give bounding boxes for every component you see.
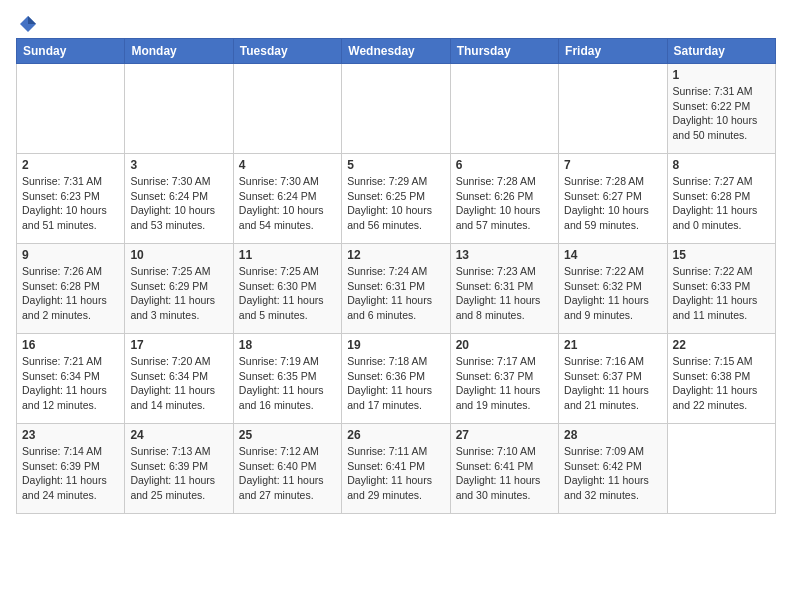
day-number: 4	[239, 158, 336, 172]
day-number: 23	[22, 428, 119, 442]
day-number: 18	[239, 338, 336, 352]
day-info: Sunrise: 7:28 AM Sunset: 6:26 PM Dayligh…	[456, 174, 553, 233]
day-info: Sunrise: 7:30 AM Sunset: 6:24 PM Dayligh…	[130, 174, 227, 233]
page-header	[16, 16, 776, 30]
day-number: 21	[564, 338, 661, 352]
calendar-table: SundayMondayTuesdayWednesdayThursdayFrid…	[16, 38, 776, 514]
day-number: 20	[456, 338, 553, 352]
day-info: Sunrise: 7:20 AM Sunset: 6:34 PM Dayligh…	[130, 354, 227, 413]
day-number: 8	[673, 158, 770, 172]
day-number: 15	[673, 248, 770, 262]
day-info: Sunrise: 7:30 AM Sunset: 6:24 PM Dayligh…	[239, 174, 336, 233]
calendar-cell: 4Sunrise: 7:30 AM Sunset: 6:24 PM Daylig…	[233, 154, 341, 244]
day-info: Sunrise: 7:16 AM Sunset: 6:37 PM Dayligh…	[564, 354, 661, 413]
day-number: 26	[347, 428, 444, 442]
calendar-week-3: 9Sunrise: 7:26 AM Sunset: 6:28 PM Daylig…	[17, 244, 776, 334]
calendar-cell: 16Sunrise: 7:21 AM Sunset: 6:34 PM Dayli…	[17, 334, 125, 424]
calendar-header-thursday: Thursday	[450, 39, 558, 64]
day-number: 13	[456, 248, 553, 262]
calendar-cell: 20Sunrise: 7:17 AM Sunset: 6:37 PM Dayli…	[450, 334, 558, 424]
day-info: Sunrise: 7:25 AM Sunset: 6:30 PM Dayligh…	[239, 264, 336, 323]
day-number: 6	[456, 158, 553, 172]
day-info: Sunrise: 7:24 AM Sunset: 6:31 PM Dayligh…	[347, 264, 444, 323]
day-info: Sunrise: 7:23 AM Sunset: 6:31 PM Dayligh…	[456, 264, 553, 323]
day-number: 25	[239, 428, 336, 442]
calendar-cell: 9Sunrise: 7:26 AM Sunset: 6:28 PM Daylig…	[17, 244, 125, 334]
calendar-cell	[17, 64, 125, 154]
calendar-cell: 13Sunrise: 7:23 AM Sunset: 6:31 PM Dayli…	[450, 244, 558, 334]
calendar-cell: 21Sunrise: 7:16 AM Sunset: 6:37 PM Dayli…	[559, 334, 667, 424]
calendar-cell	[342, 64, 450, 154]
calendar-header-tuesday: Tuesday	[233, 39, 341, 64]
calendar-header-saturday: Saturday	[667, 39, 775, 64]
calendar-cell	[233, 64, 341, 154]
day-number: 2	[22, 158, 119, 172]
day-number: 1	[673, 68, 770, 82]
day-number: 12	[347, 248, 444, 262]
day-number: 14	[564, 248, 661, 262]
day-info: Sunrise: 7:28 AM Sunset: 6:27 PM Dayligh…	[564, 174, 661, 233]
day-number: 16	[22, 338, 119, 352]
calendar-cell: 7Sunrise: 7:28 AM Sunset: 6:27 PM Daylig…	[559, 154, 667, 244]
day-number: 27	[456, 428, 553, 442]
day-info: Sunrise: 7:19 AM Sunset: 6:35 PM Dayligh…	[239, 354, 336, 413]
day-number: 22	[673, 338, 770, 352]
svg-marker-1	[28, 16, 36, 24]
calendar-week-2: 2Sunrise: 7:31 AM Sunset: 6:23 PM Daylig…	[17, 154, 776, 244]
calendar-cell: 1Sunrise: 7:31 AM Sunset: 6:22 PM Daylig…	[667, 64, 775, 154]
day-info: Sunrise: 7:18 AM Sunset: 6:36 PM Dayligh…	[347, 354, 444, 413]
logo	[16, 16, 38, 30]
calendar-cell: 2Sunrise: 7:31 AM Sunset: 6:23 PM Daylig…	[17, 154, 125, 244]
calendar-cell: 12Sunrise: 7:24 AM Sunset: 6:31 PM Dayli…	[342, 244, 450, 334]
calendar-cell: 18Sunrise: 7:19 AM Sunset: 6:35 PM Dayli…	[233, 334, 341, 424]
calendar-cell: 3Sunrise: 7:30 AM Sunset: 6:24 PM Daylig…	[125, 154, 233, 244]
day-number: 17	[130, 338, 227, 352]
calendar-cell: 28Sunrise: 7:09 AM Sunset: 6:42 PM Dayli…	[559, 424, 667, 514]
day-info: Sunrise: 7:12 AM Sunset: 6:40 PM Dayligh…	[239, 444, 336, 503]
day-info: Sunrise: 7:15 AM Sunset: 6:38 PM Dayligh…	[673, 354, 770, 413]
calendar-cell: 23Sunrise: 7:14 AM Sunset: 6:39 PM Dayli…	[17, 424, 125, 514]
day-info: Sunrise: 7:29 AM Sunset: 6:25 PM Dayligh…	[347, 174, 444, 233]
calendar-cell: 25Sunrise: 7:12 AM Sunset: 6:40 PM Dayli…	[233, 424, 341, 514]
day-number: 24	[130, 428, 227, 442]
calendar-cell: 14Sunrise: 7:22 AM Sunset: 6:32 PM Dayli…	[559, 244, 667, 334]
day-info: Sunrise: 7:25 AM Sunset: 6:29 PM Dayligh…	[130, 264, 227, 323]
day-info: Sunrise: 7:13 AM Sunset: 6:39 PM Dayligh…	[130, 444, 227, 503]
day-info: Sunrise: 7:31 AM Sunset: 6:22 PM Dayligh…	[673, 84, 770, 143]
day-info: Sunrise: 7:27 AM Sunset: 6:28 PM Dayligh…	[673, 174, 770, 233]
calendar-cell	[667, 424, 775, 514]
calendar-cell: 24Sunrise: 7:13 AM Sunset: 6:39 PM Dayli…	[125, 424, 233, 514]
calendar-cell: 19Sunrise: 7:18 AM Sunset: 6:36 PM Dayli…	[342, 334, 450, 424]
day-number: 5	[347, 158, 444, 172]
calendar-cell	[450, 64, 558, 154]
calendar-header-monday: Monday	[125, 39, 233, 64]
calendar-cell: 26Sunrise: 7:11 AM Sunset: 6:41 PM Dayli…	[342, 424, 450, 514]
calendar-week-5: 23Sunrise: 7:14 AM Sunset: 6:39 PM Dayli…	[17, 424, 776, 514]
calendar-cell: 15Sunrise: 7:22 AM Sunset: 6:33 PM Dayli…	[667, 244, 775, 334]
day-number: 11	[239, 248, 336, 262]
calendar-cell: 5Sunrise: 7:29 AM Sunset: 6:25 PM Daylig…	[342, 154, 450, 244]
calendar-cell: 22Sunrise: 7:15 AM Sunset: 6:38 PM Dayli…	[667, 334, 775, 424]
day-info: Sunrise: 7:31 AM Sunset: 6:23 PM Dayligh…	[22, 174, 119, 233]
calendar-cell	[125, 64, 233, 154]
calendar-header-wednesday: Wednesday	[342, 39, 450, 64]
day-info: Sunrise: 7:17 AM Sunset: 6:37 PM Dayligh…	[456, 354, 553, 413]
day-number: 3	[130, 158, 227, 172]
day-number: 7	[564, 158, 661, 172]
day-info: Sunrise: 7:22 AM Sunset: 6:32 PM Dayligh…	[564, 264, 661, 323]
calendar-cell: 11Sunrise: 7:25 AM Sunset: 6:30 PM Dayli…	[233, 244, 341, 334]
day-info: Sunrise: 7:09 AM Sunset: 6:42 PM Dayligh…	[564, 444, 661, 503]
calendar-cell: 27Sunrise: 7:10 AM Sunset: 6:41 PM Dayli…	[450, 424, 558, 514]
day-number: 28	[564, 428, 661, 442]
calendar-week-4: 16Sunrise: 7:21 AM Sunset: 6:34 PM Dayli…	[17, 334, 776, 424]
calendar-cell: 17Sunrise: 7:20 AM Sunset: 6:34 PM Dayli…	[125, 334, 233, 424]
calendar-cell: 10Sunrise: 7:25 AM Sunset: 6:29 PM Dayli…	[125, 244, 233, 334]
calendar-header-sunday: Sunday	[17, 39, 125, 64]
day-info: Sunrise: 7:22 AM Sunset: 6:33 PM Dayligh…	[673, 264, 770, 323]
day-number: 10	[130, 248, 227, 262]
day-info: Sunrise: 7:26 AM Sunset: 6:28 PM Dayligh…	[22, 264, 119, 323]
calendar-cell: 8Sunrise: 7:27 AM Sunset: 6:28 PM Daylig…	[667, 154, 775, 244]
calendar-cell: 6Sunrise: 7:28 AM Sunset: 6:26 PM Daylig…	[450, 154, 558, 244]
day-info: Sunrise: 7:10 AM Sunset: 6:41 PM Dayligh…	[456, 444, 553, 503]
calendar-week-1: 1Sunrise: 7:31 AM Sunset: 6:22 PM Daylig…	[17, 64, 776, 154]
